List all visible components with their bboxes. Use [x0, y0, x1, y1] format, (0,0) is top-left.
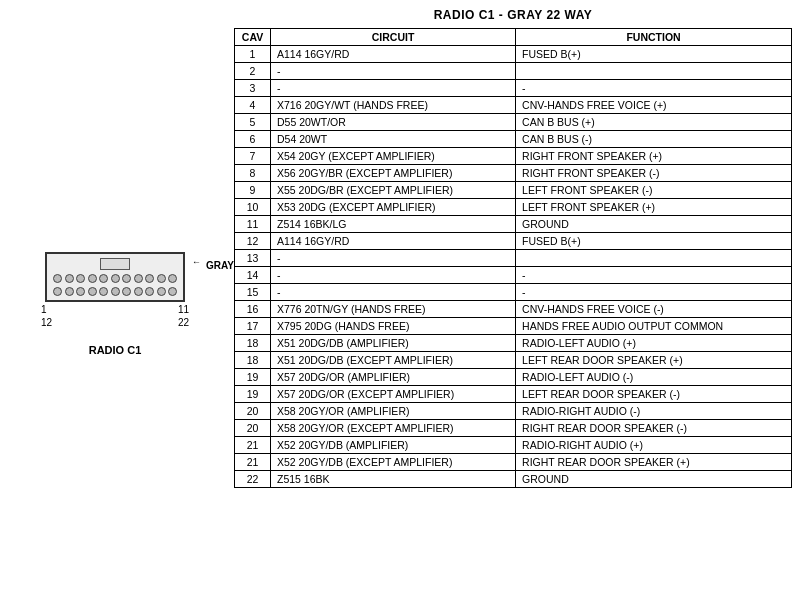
cell-circuit: X58 20GY/OR (EXCEPT AMPLIFIER) — [271, 420, 516, 437]
cell-cav: 17 — [235, 318, 271, 335]
header-cav: CAV — [235, 29, 271, 46]
cell-cav: 7 — [235, 148, 271, 165]
table-header-row: CAV CIRCUIT FUNCTION — [235, 29, 792, 46]
table-row: 18X51 20DG/DB (AMPLIFIER)RADIO-LEFT AUDI… — [235, 335, 792, 352]
cell-function: RADIO-RIGHT AUDIO (+) — [516, 437, 792, 454]
pin — [76, 287, 85, 296]
cell-function: RADIO-LEFT AUDIO (+) — [516, 335, 792, 352]
cell-circuit: X58 20GY/OR (AMPLIFIER) — [271, 403, 516, 420]
right-panel: RADIO C1 - GRAY 22 WAY CAV CIRCUIT FUNCT… — [230, 0, 800, 608]
pin — [53, 287, 62, 296]
table-body: 1A114 16GY/RDFUSED B(+)2-3--4X716 20GY/W… — [235, 46, 792, 488]
pin — [145, 274, 154, 283]
table-row: 2- — [235, 63, 792, 80]
cell-cav: 3 — [235, 80, 271, 97]
table-row: 13- — [235, 250, 792, 267]
cell-circuit: - — [271, 267, 516, 284]
table-row: 5D55 20WT/ORCAN B BUS (+) — [235, 114, 792, 131]
table-title: RADIO C1 - GRAY 22 WAY — [234, 8, 792, 22]
pin-numbers: 1 11 — [41, 304, 189, 315]
cell-function: RIGHT REAR DOOR SPEAKER (+) — [516, 454, 792, 471]
table-row: 11Z514 16BK/LGGROUND — [235, 216, 792, 233]
pin — [157, 287, 166, 296]
cell-function: RIGHT FRONT SPEAKER (-) — [516, 165, 792, 182]
pin — [53, 274, 62, 283]
connector-tab — [100, 258, 130, 270]
cell-circuit: A114 16GY/RD — [271, 233, 516, 250]
cell-circuit: X776 20TN/GY (HANDS FREE) — [271, 301, 516, 318]
cell-circuit: X55 20DG/BR (EXCEPT AMPLIFIER) — [271, 182, 516, 199]
pin — [157, 274, 166, 283]
table-row: 19X57 20DG/OR (EXCEPT AMPLIFIER)LEFT REA… — [235, 386, 792, 403]
pin — [134, 274, 143, 283]
cell-cav: 21 — [235, 454, 271, 471]
table-row: 21X52 20GY/DB (AMPLIFIER)RADIO-RIGHT AUD… — [235, 437, 792, 454]
cell-function: - — [516, 267, 792, 284]
cell-cav: 9 — [235, 182, 271, 199]
cell-circuit: - — [271, 284, 516, 301]
cell-function: GROUND — [516, 216, 792, 233]
cell-function: FUSED B(+) — [516, 46, 792, 63]
table-row: 16X776 20TN/GY (HANDS FREE)CNV-HANDS FRE… — [235, 301, 792, 318]
cell-cav: 11 — [235, 216, 271, 233]
cell-cav: 18 — [235, 335, 271, 352]
cell-cav: 4 — [235, 97, 271, 114]
cell-cav: 12 — [235, 233, 271, 250]
table-row: 10X53 20DG (EXCEPT AMPLIFIER)LEFT FRONT … — [235, 199, 792, 216]
cell-circuit: Z514 16BK/LG — [271, 216, 516, 233]
cell-cav: 10 — [235, 199, 271, 216]
table-row: 15-- — [235, 284, 792, 301]
table-row: 18X51 20DG/DB (EXCEPT AMPLIFIER)LEFT REA… — [235, 352, 792, 369]
table-row: 17X795 20DG (HANDS FREE)HANDS FREE AUDIO… — [235, 318, 792, 335]
left-panel: GRAY ← — [0, 0, 230, 608]
table-row: 14-- — [235, 267, 792, 284]
table-row: 20X58 20GY/OR (AMPLIFIER)RADIO-RIGHT AUD… — [235, 403, 792, 420]
cell-circuit: D55 20WT/OR — [271, 114, 516, 131]
table-row: 9X55 20DG/BR (EXCEPT AMPLIFIER)LEFT FRON… — [235, 182, 792, 199]
pin — [99, 287, 108, 296]
table-row: 6D54 20WTCAN B BUS (-) — [235, 131, 792, 148]
cell-function — [516, 63, 792, 80]
table-row: 4X716 20GY/WT (HANDS FREE)CNV-HANDS FREE… — [235, 97, 792, 114]
cell-function: RADIO-LEFT AUDIO (-) — [516, 369, 792, 386]
num-right-top: 11 — [178, 304, 189, 315]
connector-inner — [53, 274, 177, 296]
cell-cav: 20 — [235, 403, 271, 420]
pin — [111, 287, 120, 296]
cell-function: LEFT FRONT SPEAKER (+) — [516, 199, 792, 216]
cell-circuit: - — [271, 63, 516, 80]
cell-circuit: X716 20GY/WT (HANDS FREE) — [271, 97, 516, 114]
cell-cav: 19 — [235, 369, 271, 386]
connector-outer — [45, 252, 185, 302]
cell-circuit: X53 20DG (EXCEPT AMPLIFIER) — [271, 199, 516, 216]
gray-label: GRAY — [206, 260, 234, 271]
pin — [145, 287, 154, 296]
cell-function: LEFT FRONT SPEAKER (-) — [516, 182, 792, 199]
cell-function: RIGHT REAR DOOR SPEAKER (-) — [516, 420, 792, 437]
cell-cav: 19 — [235, 386, 271, 403]
pin — [168, 287, 177, 296]
cell-function: GROUND — [516, 471, 792, 488]
cell-cav: 1 — [235, 46, 271, 63]
cell-cav: 20 — [235, 420, 271, 437]
cell-function: CNV-HANDS FREE VOICE (+) — [516, 97, 792, 114]
table-row: 12A114 16GY/RDFUSED B(+) — [235, 233, 792, 250]
connector-diagram: GRAY ← — [41, 252, 189, 328]
cell-function — [516, 250, 792, 267]
pin — [168, 274, 177, 283]
cell-cav: 21 — [235, 437, 271, 454]
cell-function: HANDS FREE AUDIO OUTPUT COMMON — [516, 318, 792, 335]
cell-function: CAN B BUS (+) — [516, 114, 792, 131]
pin — [65, 274, 74, 283]
gray-arrow: ← — [192, 257, 201, 267]
cell-function: - — [516, 80, 792, 97]
pin — [65, 287, 74, 296]
header-circuit: CIRCUIT — [271, 29, 516, 46]
cell-function: LEFT REAR DOOR SPEAKER (+) — [516, 352, 792, 369]
num-right-bottom: 22 — [178, 317, 189, 328]
cell-circuit: X52 20GY/DB (EXCEPT AMPLIFIER) — [271, 454, 516, 471]
header-function: FUNCTION — [516, 29, 792, 46]
cell-circuit: X56 20GY/BR (EXCEPT AMPLIFIER) — [271, 165, 516, 182]
table-row: 1A114 16GY/RDFUSED B(+) — [235, 46, 792, 63]
cell-circuit: - — [271, 80, 516, 97]
